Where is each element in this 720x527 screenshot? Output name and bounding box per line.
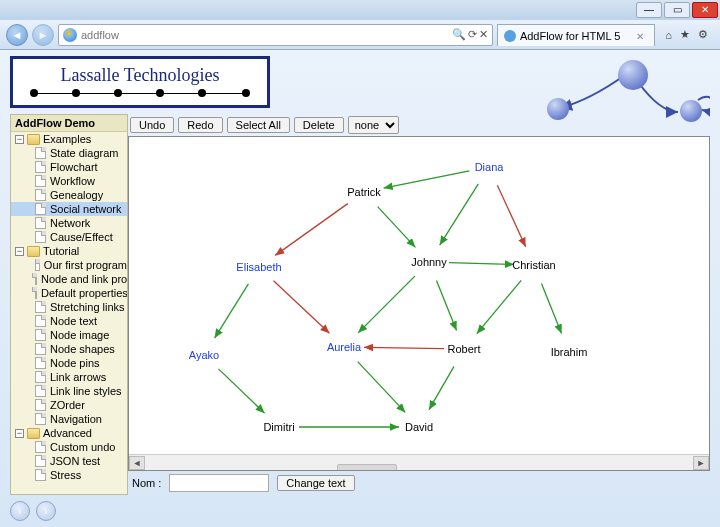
tree-item-label: Node pins [50, 357, 100, 369]
svg-line-0 [384, 171, 470, 188]
graph-node[interactable]: Elisabeth [236, 261, 281, 273]
folder-label: Examples [43, 133, 91, 145]
address-input-container[interactable]: addflow 🔍 ⟳ ✕ [58, 24, 493, 46]
graph-node[interactable]: Christian [512, 259, 555, 271]
page-icon [35, 161, 46, 173]
window-minimize-button[interactable]: — [636, 2, 662, 18]
graph-node[interactable]: Robert [447, 343, 480, 355]
undo-button[interactable]: Undo [130, 117, 174, 133]
tree-item[interactable]: Workflow [11, 174, 127, 188]
graph-node[interactable]: Aurelia [327, 341, 361, 353]
tree-item-label: Navigation [50, 413, 102, 425]
tree-item[interactable]: Cause/Effect [11, 230, 127, 244]
redo-button[interactable]: Redo [178, 117, 222, 133]
page-content: Lassalle Technologies AddFlow Demo −Exam… [0, 50, 720, 527]
tree-item-label: Genealogy [50, 189, 103, 201]
tree-item-label: Workflow [50, 175, 95, 187]
diagram-canvas[interactable]: DianaPatrickElisabethJohnnyChristianAure… [129, 137, 709, 470]
scroll-right-icon[interactable]: ► [693, 456, 709, 470]
toggle-icon[interactable]: − [15, 247, 24, 256]
carousel-next-button[interactable]: › [36, 501, 56, 521]
nav-back-button[interactable]: ◄ [6, 24, 28, 46]
tree-item[interactable]: Node shapes [11, 342, 127, 356]
graph-node[interactable]: Diana [475, 161, 504, 173]
delete-button[interactable]: Delete [294, 117, 344, 133]
svg-line-4 [378, 207, 416, 248]
tree-item[interactable]: Flowchart [11, 160, 127, 174]
svg-line-13 [218, 369, 264, 413]
toggle-icon[interactable]: − [15, 135, 24, 144]
refresh-icon[interactable]: ⟳ [468, 28, 477, 41]
window-close-button[interactable]: ✕ [692, 2, 718, 18]
page-icon [35, 371, 46, 383]
graph-node[interactable]: Ayako [189, 349, 219, 361]
nav-forward-button[interactable]: ► [32, 24, 54, 46]
horizontal-scrollbar[interactable]: ◄ ► [129, 454, 709, 470]
graph-node[interactable]: Johnny [411, 256, 446, 268]
tree-item-label: Node and link properties [41, 273, 127, 285]
tree-item[interactable]: Default properties [11, 286, 127, 300]
home-icon[interactable]: ⌂ [665, 29, 672, 41]
svg-line-8 [358, 276, 415, 333]
tree-item[interactable]: Node text [11, 314, 127, 328]
tree-item[interactable]: Stretching links [11, 300, 127, 314]
browser-carousel-nav: ‹ › [10, 501, 56, 521]
svg-line-6 [215, 284, 249, 338]
scroll-left-icon[interactable]: ◄ [129, 456, 145, 470]
address-controls[interactable]: 🔍 ⟳ ✕ [452, 28, 488, 41]
tree-folder[interactable]: −Examples [11, 132, 127, 146]
tree-item[interactable]: Navigation [11, 412, 127, 426]
tree-item-label: Default properties [41, 287, 127, 299]
graph-node[interactable]: Patrick [347, 186, 381, 198]
page-icon [35, 147, 46, 159]
change-text-button[interactable]: Change text [277, 475, 354, 491]
tree-item[interactable]: State diagram [11, 146, 127, 160]
tree-item[interactable]: Node and link properties [11, 272, 127, 286]
page-icon [35, 469, 46, 481]
tree-item[interactable]: Link arrows [11, 370, 127, 384]
search-icon[interactable]: 🔍 [452, 28, 466, 41]
carousel-prev-button[interactable]: ‹ [10, 501, 30, 521]
browser-tab[interactable]: AddFlow for HTML 5 ✕ [497, 24, 655, 46]
tree-item[interactable]: Network [11, 216, 127, 230]
tree-folder[interactable]: −Advanced [11, 426, 127, 440]
tree-item[interactable]: Social network [11, 202, 127, 216]
tree-item-label: Cause/Effect [50, 231, 113, 243]
page-icon [35, 273, 37, 285]
tree-item[interactable]: Node pins [11, 356, 127, 370]
tree-item[interactable]: Node image [11, 328, 127, 342]
tree-item-label: Custom undo [50, 441, 115, 453]
stop-icon[interactable]: ✕ [479, 28, 488, 41]
page-icon [35, 329, 46, 341]
tree-item[interactable]: Custom undo [11, 440, 127, 454]
mode-dropdown[interactable]: none [348, 116, 399, 134]
select-all-button[interactable]: Select All [227, 117, 290, 133]
window-titlebar: — ▭ ✕ [0, 0, 720, 20]
tree-item[interactable]: Our first program [11, 258, 127, 272]
tree-item-label: JSON test [50, 455, 100, 467]
page-icon [35, 203, 46, 215]
svg-line-15 [429, 366, 454, 409]
svg-line-7 [274, 281, 330, 334]
name-input[interactable] [169, 474, 269, 492]
tree-item-label: Node shapes [50, 343, 115, 355]
graph-node[interactable]: David [405, 421, 433, 433]
toggle-icon[interactable]: − [15, 429, 24, 438]
tree-item[interactable]: Stress [11, 468, 127, 482]
company-name: Lassalle Technologies [61, 65, 220, 86]
tab-close-icon[interactable]: ✕ [636, 31, 644, 42]
tree-item-label: Node text [50, 315, 97, 327]
tools-icon[interactable]: ⚙ [698, 28, 708, 41]
window-maximize-button[interactable]: ▭ [664, 2, 690, 18]
tree-item[interactable]: Link line styles [11, 384, 127, 398]
tree-item[interactable]: ZOrder [11, 398, 127, 412]
tree-folder[interactable]: −Tutorial [11, 244, 127, 258]
tree-item[interactable]: JSON test [11, 454, 127, 468]
tree-item[interactable]: Genealogy [11, 188, 127, 202]
folder-label: Tutorial [43, 245, 79, 257]
tab-favicon [504, 30, 516, 42]
page-icon [35, 231, 46, 243]
favorites-icon[interactable]: ★ [680, 28, 690, 41]
graph-node[interactable]: Dimitri [263, 421, 294, 433]
graph-node[interactable]: Ibrahim [551, 346, 588, 358]
